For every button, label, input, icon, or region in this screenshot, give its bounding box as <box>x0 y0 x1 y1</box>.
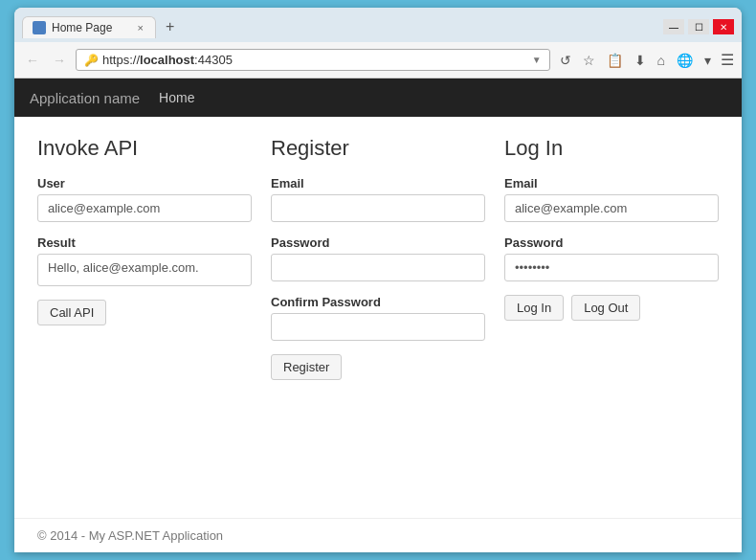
dropdown-icon[interactable]: ▾ <box>702 51 713 70</box>
login-email-input[interactable] <box>504 194 719 222</box>
result-value: Hello, alice@example.com. <box>37 254 252 286</box>
register-title: Register <box>271 136 485 161</box>
toolbar-icons: ☆ 📋 ⬇ ⌂ 🌐 ▾ ☰ <box>581 51 734 70</box>
login-btn-group: Log In Log Out <box>504 295 719 321</box>
browser-tab[interactable]: Home Page × <box>22 16 156 38</box>
clipboard-icon[interactable]: 📋 <box>605 51 625 70</box>
register-email-field: Email <box>271 176 485 222</box>
window-controls: — ☐ ✕ <box>663 19 734 34</box>
nav-home-link[interactable]: Home <box>159 90 194 105</box>
page-footer: © 2014 - My ASP.NET Application <box>14 518 742 552</box>
address-bar: ← → 🔑 https://localhost:44305 ▼ ↺ ☆ 📋 ⬇ … <box>14 42 742 78</box>
tab-close-button[interactable]: × <box>136 22 145 34</box>
url-port: :44305 <box>194 53 233 67</box>
register-email-input[interactable] <box>271 194 485 222</box>
login-section: Log In Email Password Log In Log Out <box>504 136 719 380</box>
result-label: Result <box>37 235 252 250</box>
login-button[interactable]: Log In <box>504 295 564 321</box>
url-bar[interactable]: 🔑 https://localhost:44305 ▼ <box>76 49 550 71</box>
login-password-input[interactable] <box>504 254 719 281</box>
close-button[interactable]: ✕ <box>713 19 734 34</box>
footer-text: © 2014 - My ASP.NET Application <box>37 528 223 543</box>
register-email-label: Email <box>271 176 485 190</box>
network-icon[interactable]: 🌐 <box>675 51 695 70</box>
navbar: Application name Home <box>14 78 742 117</box>
register-password-label: Password <box>271 235 485 250</box>
url-protocol: https:// <box>102 53 140 67</box>
register-password-field: Password <box>271 235 485 281</box>
logout-button[interactable]: Log Out <box>571 295 640 321</box>
register-password-input[interactable] <box>271 254 485 281</box>
minimize-button[interactable]: — <box>663 19 684 34</box>
menu-button[interactable]: ☰ <box>721 51 734 69</box>
app-brand: Application name <box>30 90 140 106</box>
register-confirm-field: Confirm Password <box>271 295 485 341</box>
user-label: User <box>37 176 252 190</box>
url-host: localhost <box>140 53 194 67</box>
url-dropdown-icon[interactable]: ▼ <box>532 55 542 65</box>
key-icon: 🔑 <box>84 54 99 67</box>
tab-title: Home Page <box>52 21 112 34</box>
invoke-api-title: Invoke API <box>37 136 252 161</box>
reload-button[interactable]: ↺ <box>556 51 575 70</box>
star-icon[interactable]: ☆ <box>581 51 597 70</box>
login-email-label: Email <box>504 176 719 190</box>
call-api-button[interactable]: Call API <box>37 300 106 325</box>
login-password-label: Password <box>504 235 719 250</box>
back-button[interactable]: ← <box>22 51 43 70</box>
register-section: Register Email Password Confirm Password… <box>271 136 485 380</box>
login-title: Log In <box>504 136 719 161</box>
register-confirm-label: Confirm Password <box>271 295 485 309</box>
new-tab-button[interactable]: + <box>160 16 180 37</box>
login-password-field: Password <box>504 235 719 281</box>
title-bar: Home Page × + — ☐ ✕ <box>14 8 742 42</box>
tab-icon <box>33 21 46 34</box>
invoke-api-section: Invoke API User Result Hello, alice@exam… <box>37 136 252 380</box>
url-text: https://localhost:44305 <box>102 53 233 67</box>
user-field: User <box>37 176 252 222</box>
register-confirm-input[interactable] <box>271 313 485 341</box>
login-email-field: Email <box>504 176 719 222</box>
register-button[interactable]: Register <box>271 354 342 380</box>
home-icon[interactable]: ⌂ <box>656 51 667 70</box>
forward-button[interactable]: → <box>49 51 70 70</box>
restore-button[interactable]: ☐ <box>688 19 709 34</box>
user-input[interactable] <box>37 194 252 222</box>
download-icon[interactable]: ⬇ <box>633 51 648 70</box>
result-field: Result Hello, alice@example.com. <box>37 235 252 286</box>
page-content: Invoke API User Result Hello, alice@exam… <box>14 117 742 518</box>
content-grid: Invoke API User Result Hello, alice@exam… <box>37 136 719 380</box>
